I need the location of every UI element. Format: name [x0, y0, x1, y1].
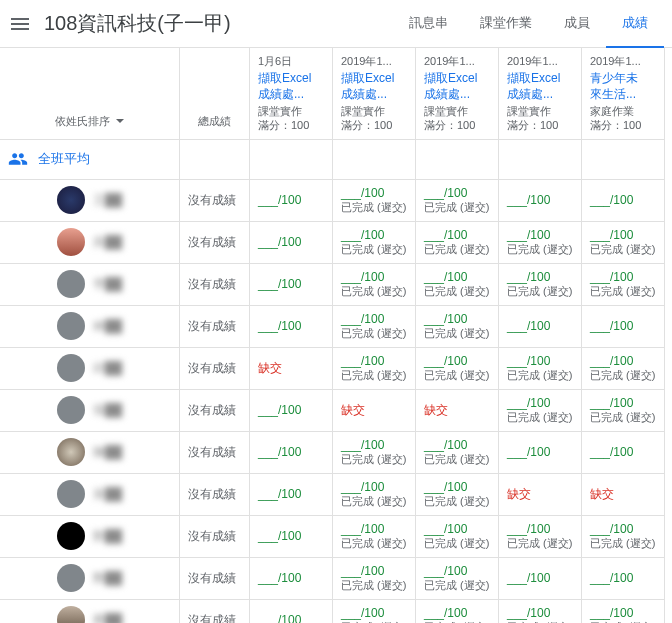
total-grade-cell[interactable]: 沒有成績: [180, 474, 250, 516]
grade-cell[interactable]: ___/100已完成 (遲交): [582, 348, 665, 390]
grade-cell[interactable]: ___/100已完成 (遲交): [499, 390, 582, 432]
total-grade-cell[interactable]: 沒有成績: [180, 306, 250, 348]
student-name: 邱██: [93, 360, 122, 377]
grade-cell[interactable]: ___/100已完成 (遲交): [416, 432, 499, 474]
grade-cell[interactable]: ___/100: [582, 180, 665, 222]
grade-cell[interactable]: ___/100已完成 (遲交): [499, 516, 582, 558]
total-grade-cell[interactable]: 沒有成績: [180, 264, 250, 306]
menu-icon[interactable]: [8, 12, 32, 36]
assignment-header-0[interactable]: 1月6日擷取Excel成績處...課堂實作滿分：100: [250, 48, 333, 140]
grade-cell[interactable]: ___/100: [250, 306, 333, 348]
grade-cell[interactable]: ___/100: [499, 180, 582, 222]
total-grade-cell[interactable]: 沒有成績: [180, 222, 250, 264]
student-name-cell[interactable]: 王██: [0, 180, 180, 222]
grade-cell[interactable]: ___/100已完成 (遲交): [333, 222, 416, 264]
grade-cell[interactable]: ___/100: [250, 180, 333, 222]
student-name-cell[interactable]: 邱██: [0, 348, 180, 390]
student-name-cell[interactable]: 鄭██: [0, 558, 180, 600]
grade-cell[interactable]: ___/100已完成 (遲交): [333, 558, 416, 600]
grade-cell[interactable]: ___/100已完成 (遲交): [499, 264, 582, 306]
grade-cell[interactable]: ___/100已完成 (遲交): [333, 348, 416, 390]
total-grade-cell[interactable]: 沒有成績: [180, 390, 250, 432]
grade-cell[interactable]: 缺交: [416, 390, 499, 432]
grade-cell[interactable]: 缺交: [250, 348, 333, 390]
grade-cell[interactable]: ___/100已完成 (遲交): [333, 180, 416, 222]
grade-cell[interactable]: ___/100: [250, 264, 333, 306]
student-name-cell[interactable]: 劉██: [0, 516, 180, 558]
grade-cell[interactable]: ___/100: [250, 516, 333, 558]
total-grade-cell[interactable]: 沒有成績: [180, 432, 250, 474]
assignment-title[interactable]: 青少年未來生活...: [590, 71, 656, 102]
grade-cell[interactable]: ___/100已完成 (遲交): [416, 348, 499, 390]
grade-cell[interactable]: ___/100已完成 (遲交): [333, 306, 416, 348]
grade-cell[interactable]: ___/100已完成 (遲交): [582, 390, 665, 432]
grade-cell[interactable]: ___/100已完成 (遲交): [416, 222, 499, 264]
grade-cell[interactable]: ___/100: [250, 600, 333, 623]
avatar: [57, 564, 85, 592]
grade-cell[interactable]: ___/100已完成 (遲交): [582, 222, 665, 264]
grade-cell[interactable]: ___/100: [250, 222, 333, 264]
assignment-title[interactable]: 擷取Excel成績處...: [258, 71, 324, 102]
grade-cell[interactable]: ___/100已完成 (遲交): [333, 516, 416, 558]
assignment-type: 家庭作業: [590, 104, 656, 118]
grade-cell[interactable]: ___/100已完成 (遲交): [333, 474, 416, 516]
grade-cell[interactable]: ___/100已完成 (遲交): [416, 264, 499, 306]
student-name-cell[interactable]: 張██: [0, 390, 180, 432]
assignment-title[interactable]: 擷取Excel成績處...: [507, 71, 573, 102]
grade-cell[interactable]: 缺交: [582, 474, 665, 516]
grade-cell[interactable]: ___/100已完成 (遲交): [416, 474, 499, 516]
grade-cell[interactable]: ___/100: [499, 306, 582, 348]
assignment-header-1[interactable]: 2019年1...擷取Excel成績處...課堂實作滿分：100: [333, 48, 416, 140]
tab-訊息串[interactable]: 訊息串: [393, 0, 464, 48]
grade-cell[interactable]: 缺交: [333, 390, 416, 432]
total-grade-cell[interactable]: 沒有成績: [180, 600, 250, 623]
grade-cell[interactable]: ___/100已完成 (遲交): [582, 600, 665, 623]
grade-cell[interactable]: ___/100: [250, 474, 333, 516]
tab-課堂作業[interactable]: 課堂作業: [464, 0, 548, 48]
tab-成績[interactable]: 成績: [606, 0, 664, 48]
grade-cell[interactable]: ___/100已完成 (遲交): [499, 348, 582, 390]
total-grade-cell[interactable]: 沒有成績: [180, 348, 250, 390]
grade-cell[interactable]: ___/100已完成 (遲交): [499, 222, 582, 264]
grade-cell[interactable]: ___/100: [582, 432, 665, 474]
student-name-cell[interactable]: 林██: [0, 306, 180, 348]
grade-cell[interactable]: ___/100: [582, 306, 665, 348]
grade-cell[interactable]: 缺交: [499, 474, 582, 516]
student-name-cell[interactable]: 李██: [0, 264, 180, 306]
avatar: [57, 396, 85, 424]
grade-cell[interactable]: ___/100: [250, 558, 333, 600]
total-grade-cell[interactable]: 沒有成績: [180, 516, 250, 558]
grade-cell[interactable]: ___/100已完成 (遲交): [416, 180, 499, 222]
assignment-title[interactable]: 擷取Excel成績處...: [341, 71, 407, 102]
grade-cell[interactable]: ___/100已完成 (遲交): [333, 264, 416, 306]
assignment-header-2[interactable]: 2019年1...擷取Excel成績處...課堂實作滿分：100: [416, 48, 499, 140]
student-name-cell[interactable]: 蔡██: [0, 600, 180, 623]
grade-cell[interactable]: ___/100已完成 (遲交): [416, 306, 499, 348]
student-name-cell[interactable]: 吳██: [0, 222, 180, 264]
assignment-header-4[interactable]: 2019年1...青少年未來生活...家庭作業滿分：100: [582, 48, 665, 140]
tab-成員[interactable]: 成員: [548, 0, 606, 48]
grade-cell[interactable]: ___/100: [250, 390, 333, 432]
grade-cell[interactable]: ___/100: [499, 432, 582, 474]
grade-cell[interactable]: ___/100已完成 (遲交): [333, 600, 416, 623]
assignment-header-3[interactable]: 2019年1...擷取Excel成績處...課堂實作滿分：100: [499, 48, 582, 140]
total-grade-cell[interactable]: 沒有成績: [180, 180, 250, 222]
grade-cell[interactable]: ___/100已完成 (遲交): [582, 264, 665, 306]
grade-cell[interactable]: ___/100: [250, 432, 333, 474]
grade-cell[interactable]: ___/100: [499, 558, 582, 600]
grade-cell[interactable]: ___/100已完成 (遲交): [416, 516, 499, 558]
grade-cell[interactable]: ___/100: [582, 558, 665, 600]
student-name-cell[interactable]: 黃██: [0, 474, 180, 516]
avatar: [57, 312, 85, 340]
assignment-title[interactable]: 擷取Excel成績處...: [424, 71, 490, 102]
sort-dropdown[interactable]: 依姓氏排序: [55, 114, 124, 129]
grade-cell[interactable]: ___/100已完成 (遲交): [416, 600, 499, 623]
grade-cell[interactable]: ___/100已完成 (遲交): [333, 432, 416, 474]
grade-cell[interactable]: ___/100已完成 (遲交): [582, 516, 665, 558]
grade-cell[interactable]: ___/100已完成 (遲交): [499, 600, 582, 623]
grade-cell[interactable]: ___/100已完成 (遲交): [416, 558, 499, 600]
assignment-date: 2019年1...: [507, 54, 573, 69]
student-name-cell[interactable]: 陳██: [0, 432, 180, 474]
class-average-row[interactable]: 全班平均: [0, 140, 180, 180]
total-grade-cell[interactable]: 沒有成績: [180, 558, 250, 600]
